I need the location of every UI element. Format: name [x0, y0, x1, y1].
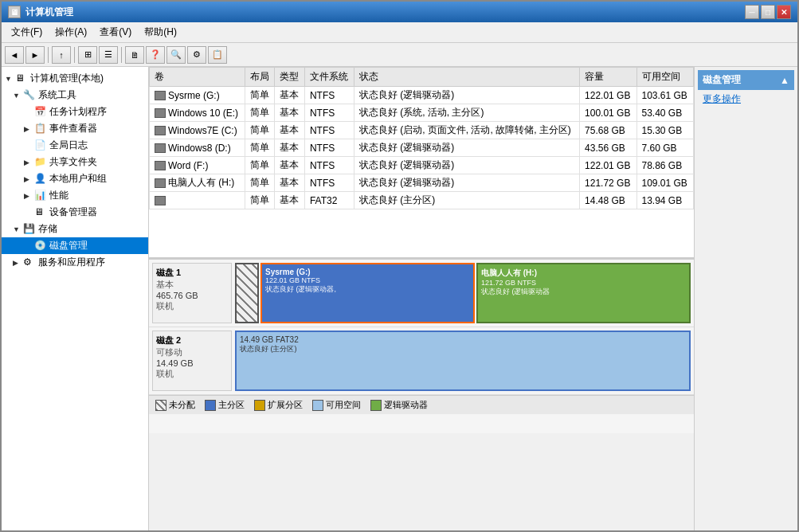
perf-arrow: ▶ — [24, 192, 32, 200]
title-controls[interactable]: ─ □ ✕ — [745, 5, 791, 19]
ts-icon: 📅 — [34, 106, 47, 119]
table-row[interactable]: Word (F:) 简单 基本 NTFS 状态良好 (逻辑驱动器) 122.01… — [150, 157, 694, 174]
disk1-part-diannaoren[interactable]: 电脑人人有 (H:) 121.72 GB NTFS 状态良好 (逻辑驱动器 — [476, 263, 691, 323]
sidebar-root[interactable]: ▼ 🖥 计算机管理(本地) — [2, 70, 148, 87]
table-row[interactable]: 简单 基本 FAT32 状态良好 (主分区) 14.48 GB 13.94 GB — [150, 192, 694, 209]
disk2-status: 联机 — [156, 368, 228, 380]
col-type[interactable]: 类型 — [275, 68, 305, 87]
root-arrow: ▼ — [5, 75, 13, 83]
cell-capacity: 100.01 GB — [580, 104, 636, 122]
lu-icon: 👤 — [34, 173, 47, 186]
ev-icon: 📋 — [34, 123, 47, 135]
cell-status: 状态良好 (系统, 活动, 主分区) — [354, 104, 579, 122]
col-status[interactable]: 状态 — [354, 68, 579, 87]
sidebar-sf-label: 共享文件夹 — [49, 155, 97, 169]
sidebar-item-tools[interactable]: ▼ 🔧 系统工具 — [2, 87, 148, 104]
filter-button[interactable]: ⚙ — [187, 46, 206, 64]
disk2-row: 磁盘 2 可移动 14.49 GB 联机 14.49 GB FAT32 状态良好… — [149, 327, 694, 395]
tools-icon: 🔧 — [23, 89, 36, 102]
table-row[interactable]: Windows7E (C:) 简单 基本 NTFS 状态良好 (启动, 页面文件… — [150, 122, 694, 139]
disk1-part-sysrme-size: 122.01 GB NTFS — [265, 276, 470, 284]
disk1-name: 磁盘 1 — [156, 267, 228, 279]
legend-unalloc-label: 未分配 — [169, 399, 195, 411]
search-button[interactable]: 🔍 — [166, 46, 186, 64]
right-panel: 卷 布局 类型 文件系统 状态 容量 可用空间 Sysrme (G:) 简单 基… — [149, 67, 694, 530]
col-fs[interactable]: 文件系统 — [304, 68, 354, 87]
disk2-part-main[interactable]: 14.49 GB FAT32 状态良好 (主分区) — [235, 331, 691, 391]
legend-logical-color — [370, 400, 382, 411]
action-more-operations[interactable]: 更多操作 — [698, 90, 794, 108]
cell-capacity: 121.72 GB — [580, 174, 636, 192]
cell-freespace: 13.94 GB — [636, 192, 694, 209]
disk2-name: 磁盘 2 — [156, 334, 228, 346]
sidebar-item-eventviewer[interactable]: ▶ 📋 事件查看器 — [2, 120, 148, 137]
disk1-type: 基本 — [156, 279, 228, 291]
col-capacity[interactable]: 容量 — [580, 68, 636, 87]
action-header-label: 磁盘管理 — [703, 73, 741, 87]
table-row[interactable]: Sysrme (G:) 简单 基本 NTFS 状态良好 (逻辑驱动器) 122.… — [150, 87, 694, 104]
cell-fs: NTFS — [304, 157, 354, 174]
cell-type: 基本 — [275, 192, 305, 209]
close-button[interactable]: ✕ — [777, 5, 791, 19]
sidebar-item-localusers[interactable]: ▶ 👤 本地用户和组 — [2, 170, 148, 187]
cell-volume: Word (F:) — [150, 157, 245, 174]
legend-primary: 主分区 — [205, 399, 245, 411]
cell-status: 状态良好 (逻辑驱动器) — [354, 157, 579, 174]
main-window: 🖥 计算机管理 ─ □ ✕ 文件(F) 操作(A) 查看(V) 帮助(H) ◄ … — [0, 0, 799, 532]
col-volume[interactable]: 卷 — [150, 68, 245, 87]
back-button[interactable]: ◄ — [5, 46, 24, 64]
cell-status: 状态良好 (启动, 页面文件, 活动, 故障转储, 主分区) — [354, 122, 579, 139]
show-hide-button[interactable]: ⊞ — [78, 46, 97, 64]
minimize-button[interactable]: ─ — [745, 5, 759, 19]
sidebar-item-globallog[interactable]: 📄 全局日志 — [2, 137, 148, 154]
help-toolbar-button[interactable]: ❓ — [146, 46, 165, 64]
cell-freespace: 7.60 GB — [636, 139, 694, 157]
sidebar-item-services[interactable]: ▶ ⚙ 服务和应用程序 — [2, 254, 148, 271]
col-freespace[interactable]: 可用空间 — [636, 68, 694, 87]
forward-button[interactable]: ► — [25, 46, 45, 64]
disk1-part-sysrme[interactable]: Sysrme (G:) 122.01 GB NTFS 状态良好 (逻辑驱动器, — [260, 263, 475, 323]
legend-available-color — [312, 400, 323, 411]
disk-table: 卷 布局 类型 文件系统 状态 容量 可用空间 Sysrme (G:) 简单 基… — [149, 67, 694, 209]
legend-extended-color — [254, 400, 265, 411]
disk1-part-unalloc[interactable] — [235, 263, 259, 323]
sf-icon: 📁 — [34, 156, 47, 169]
settings-button[interactable]: 📋 — [208, 46, 227, 64]
toolbar-separator-2 — [74, 47, 75, 63]
sidebar-gl-label: 全局日志 — [49, 139, 88, 152]
table-row[interactable]: Windows 10 (E:) 简单 基本 NTFS 状态良好 (系统, 活动,… — [150, 104, 694, 122]
window-title: 计算机管理 — [25, 6, 73, 19]
view-button[interactable]: ☰ — [99, 46, 118, 64]
action-collapse-icon[interactable]: ▲ — [780, 75, 789, 86]
main-content: ▼ 🖥 计算机管理(本地) ▼ 🔧 系统工具 📅 任务计划程序 ▶ 📋 事件查看… — [2, 67, 797, 530]
sidebar-item-devmgr[interactable]: 🖥 设备管理器 — [2, 204, 148, 221]
disk1-row: 磁盘 1 基本 465.76 GB 联机 Sysrme (G:) 122.01 … — [149, 260, 694, 327]
sidebar-item-storage[interactable]: ▼ 💾 存储 — [2, 221, 148, 237]
menu-view[interactable]: 查看(V) — [93, 24, 138, 41]
maximize-button[interactable]: □ — [761, 5, 775, 19]
sidebar-tools-label: 系统工具 — [38, 88, 76, 102]
disk2-label: 磁盘 2 可移动 14.49 GB 联机 — [152, 331, 232, 391]
menu-action[interactable]: 操作(A) — [49, 24, 93, 41]
title-bar: 🖥 计算机管理 ─ □ ✕ — [2, 2, 797, 22]
menu-file[interactable]: 文件(F) — [5, 24, 49, 41]
col-layout[interactable]: 布局 — [245, 68, 275, 87]
table-row[interactable]: 电脑人人有 (H:) 简单 基本 NTFS 状态良好 (逻辑驱动器) 121.7… — [150, 174, 694, 192]
cell-volume — [150, 192, 245, 209]
sidebar-item-taskscheduler[interactable]: 📅 任务计划程序 — [2, 104, 148, 120]
legend-primary-label: 主分区 — [218, 399, 245, 411]
table-row[interactable]: Windows8 (D:) 简单 基本 NTFS 状态良好 (逻辑驱动器) 43… — [150, 139, 694, 157]
cell-layout: 简单 — [245, 139, 275, 157]
disk1-part-sysrme-status: 状态良好 (逻辑驱动器, — [265, 284, 470, 295]
cell-freespace: 78.86 GB — [636, 157, 694, 174]
sidebar-item-diskmgmt[interactable]: 💿 磁盘管理 — [2, 237, 148, 254]
cell-type: 基本 — [275, 87, 305, 104]
sidebar-item-sharedfolder[interactable]: ▶ 📁 共享文件夹 — [2, 154, 148, 170]
sidebar-item-performance[interactable]: ▶ 📊 性能 — [2, 187, 148, 204]
menu-help[interactable]: 帮助(H) — [138, 24, 183, 41]
cell-status: 状态良好 (逻辑驱动器) — [354, 139, 579, 157]
up-button[interactable]: ↑ — [52, 46, 71, 64]
export-button[interactable]: 🗎 — [125, 46, 144, 64]
cell-volume: Windows8 (D:) — [150, 139, 245, 157]
cell-volume: Windows 10 (E:) — [150, 104, 245, 122]
